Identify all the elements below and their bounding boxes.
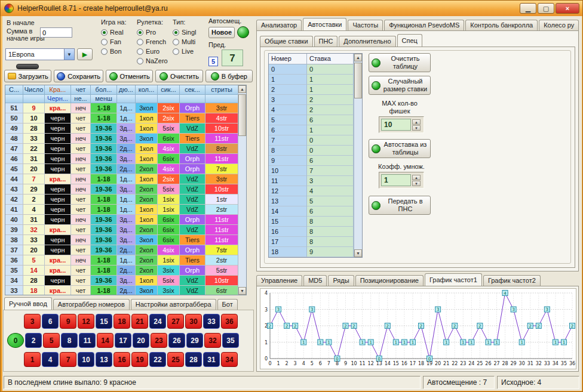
spin-table-row[interactable]: 447кра...неч1-181д...1кол2sixVdZ3str <box>5 174 246 184</box>
bet-table-row[interactable]: 11 <box>269 75 362 85</box>
radio-nazero[interactable]: NaZero <box>137 56 168 66</box>
number-button-35[interactable]: 35 <box>222 333 239 348</box>
bet-table-row[interactable]: 113 <box>269 176 362 186</box>
random-bet-size-button[interactable]: Случайный размер ставки <box>369 76 431 95</box>
spin-table-row[interactable]: 365кра...неч1-181д...2кол1sixTiers2str <box>5 255 246 266</box>
autobet-from-table-button[interactable]: Автоставка из таблицы <box>369 139 431 158</box>
chart-tab-2[interactable]: Ряды <box>328 275 354 286</box>
number-button-28[interactable]: 28 <box>185 352 202 367</box>
сохранить-button[interactable]: Сохранить <box>54 70 103 82</box>
number-button-2[interactable]: 2 <box>25 333 42 348</box>
scroll-thumb[interactable] <box>354 63 362 98</box>
number-button-27[interactable]: 27 <box>167 314 184 329</box>
subtab-0[interactable]: Общие ставки <box>260 36 313 47</box>
bet-table-row[interactable]: 42 <box>269 105 362 115</box>
bet-table-scrollbar[interactable]: ▲ ▼ <box>354 54 362 257</box>
number-button-31[interactable]: 31 <box>203 352 220 367</box>
maximize-button-icon[interactable]: ▢ <box>538 3 554 14</box>
number-button-24[interactable]: 24 <box>149 314 166 329</box>
radio-french[interactable]: French <box>137 37 168 47</box>
radio-fan[interactable]: Fan <box>101 37 132 47</box>
spin-table-row[interactable]: 5010чернчет1-181д...1кол2sixTiers4str <box>5 113 246 124</box>
в буфер-button[interactable]: В буфер <box>205 70 253 82</box>
spin-table-row[interactable]: 519кра...неч1-181д...3кол2sixOrph3str <box>5 103 246 113</box>
radio-live[interactable]: Live <box>173 47 204 56</box>
spin-table-row[interactable]: 3720чернчет19-362д...2кол4sixOrph7str <box>5 245 246 255</box>
bet-table-row[interactable]: 107 <box>269 166 362 176</box>
number-button-5[interactable]: 5 <box>43 333 60 348</box>
scroll-thumb[interactable] <box>238 94 246 136</box>
number-button-0[interactable]: 0 <box>7 333 24 348</box>
input-tab-3[interactable]: Бот <box>217 299 238 310</box>
scroll-up-icon[interactable]: ▲ <box>238 85 246 93</box>
number-button-7[interactable]: 7 <box>60 352 76 367</box>
column-header[interactable]: дю... <box>117 85 136 95</box>
spin-table-row[interactable]: 3932кра...чет19-363д...2кол6sixVdZ11str <box>5 225 246 235</box>
chart-tab-5[interactable]: График частот2 <box>483 275 541 286</box>
start-button[interactable]: ▶ <box>77 48 93 60</box>
spin-table-row[interactable]: 4833черннеч19-363д...3кол6sixTiers11str <box>5 134 246 144</box>
number-button-9[interactable]: 9 <box>60 314 76 329</box>
radio-multi[interactable]: Multi <box>173 37 204 47</box>
chart-tab-0[interactable]: Управление <box>256 275 302 286</box>
number-button-13[interactable]: 13 <box>96 352 112 367</box>
spin-history-table[interactable]: С...ЧислоКра...четбол...дю...кол...сик..… <box>5 85 247 295</box>
bet-table-row[interactable]: 00 <box>269 64 362 75</box>
bet-table-row[interactable]: 178 <box>269 237 362 247</box>
radio-real[interactable]: Real <box>101 27 132 37</box>
number-button-22[interactable]: 22 <box>149 352 166 367</box>
bet-table-row[interactable]: 146 <box>269 206 362 217</box>
main-tab-1[interactable]: Автоставки <box>303 18 346 30</box>
main-tab-4[interactable]: Контроль банкролла <box>465 20 538 30</box>
scroll-up-icon[interactable]: ▲ <box>354 54 362 61</box>
game-variant-combobox[interactable]: 1Европа ▼ <box>5 48 75 60</box>
bet-table[interactable]: Номер Ставка 001121324256617080961071131… <box>268 53 363 258</box>
stepper-up-icon[interactable]: ▲ <box>412 175 421 180</box>
bet-table-row[interactable]: 189 <box>269 247 362 257</box>
bet-table-row[interactable]: 32 <box>269 95 362 105</box>
number-button-1[interactable]: 1 <box>24 352 41 367</box>
bet-table-row[interactable]: 96 <box>269 156 362 166</box>
number-button-17[interactable]: 17 <box>115 333 131 348</box>
bet-table-row[interactable]: 70 <box>269 135 362 146</box>
number-button-34[interactable]: 34 <box>221 352 238 367</box>
spin-table-row[interactable]: 4520чернчет19-362д...2кол4sixOrph7str <box>5 164 246 174</box>
column-header[interactable]: С... <box>5 85 23 95</box>
spin-table-row[interactable]: 3318кра...чет1-182д...3кол3sixVdZ6str <box>5 286 246 295</box>
отменить-button[interactable]: Отменить <box>106 70 153 82</box>
scroll-down-icon[interactable]: ▼ <box>238 287 246 295</box>
chart-tab-1[interactable]: MD5 <box>303 275 327 286</box>
input-tab-0[interactable]: Ручной ввод <box>4 297 52 310</box>
radio-euro[interactable]: Euro <box>137 47 168 56</box>
number-button-21[interactable]: 21 <box>131 314 148 329</box>
number-button-29[interactable]: 29 <box>186 333 203 348</box>
spin-table-row[interactable]: 3833черннеч19-363д...3кол6sixTiers11str <box>5 235 246 245</box>
column-header[interactable]: Число <box>23 85 45 95</box>
input-tab-2[interactable]: Настройки автограббера <box>131 299 216 310</box>
number-button-30[interactable]: 30 <box>185 314 202 329</box>
main-tab-0[interactable]: Анализатор <box>256 20 302 30</box>
spin-table-scrollbar[interactable]: ▲ ▼ <box>238 85 246 295</box>
column-header[interactable]: бол... <box>91 85 117 95</box>
number-button-10[interactable]: 10 <box>78 352 94 367</box>
titlebar[interactable]: HelperRoullet 8.71 - create helperroulle… <box>1 1 582 16</box>
stepper-down-icon[interactable]: ▼ <box>412 181 421 186</box>
radio-pro[interactable]: Pro <box>137 27 168 37</box>
minimize-button-icon[interactable]: ▁ <box>520 3 536 14</box>
spin-table-row[interactable]: 4722чернчет19-362д...1кол4sixVdZ8str <box>5 144 246 154</box>
combo-dropdown-icon[interactable]: ▼ <box>64 49 74 60</box>
autoshift-new-button[interactable]: Новое <box>208 27 235 38</box>
bet-table-row[interactable]: 168 <box>269 227 362 237</box>
subtab-3[interactable]: Спец <box>397 34 422 47</box>
bet-table-row[interactable]: 158 <box>269 217 362 227</box>
очистить-button[interactable]: Очистить <box>155 70 202 82</box>
number-button-8[interactable]: 8 <box>61 333 78 348</box>
number-button-11[interactable]: 11 <box>79 333 96 348</box>
main-tab-3[interactable]: Функционал PsevdoMS <box>384 20 464 30</box>
spin-table-row[interactable]: 3514кра...чет1-182д...2кол3sixOrph5str <box>5 266 246 276</box>
column-header[interactable]: кол... <box>136 85 158 95</box>
column-header[interactable]: сек... <box>180 85 205 95</box>
column-header[interactable]: чет <box>71 85 91 95</box>
spin-table-row[interactable]: 3428чернчет19-363д...1кол5sixVdZ10str <box>5 276 246 286</box>
bet-table-row[interactable]: 124 <box>269 186 362 196</box>
